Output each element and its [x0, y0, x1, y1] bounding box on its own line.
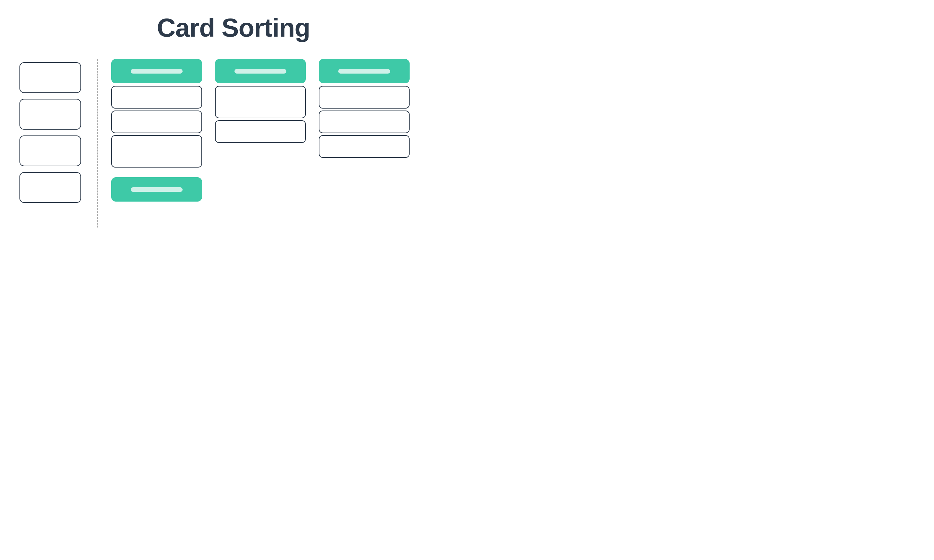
- sorted-card-3b[interactable]: [319, 111, 410, 133]
- bottom-header-row: [111, 177, 447, 202]
- sorted-card-1b[interactable]: [111, 111, 202, 133]
- sorted-section: [111, 59, 447, 228]
- category-column-1: [111, 59, 202, 168]
- sorted-card-3c[interactable]: [319, 135, 410, 158]
- unsorted-column: [20, 62, 84, 228]
- category-header-1[interactable]: [111, 59, 202, 83]
- category-header-bar-3: [338, 69, 390, 74]
- sorted-card-3a[interactable]: [319, 86, 410, 109]
- unsorted-card-2[interactable]: [20, 99, 81, 130]
- main-layout: [0, 59, 467, 228]
- sorted-card-2a[interactable]: [215, 86, 306, 118]
- category-column-4: [111, 177, 202, 202]
- top-categories-row: [111, 59, 447, 168]
- unsorted-card-4[interactable]: [20, 172, 81, 203]
- category-header-bar-1: [131, 69, 183, 74]
- sorted-card-2b[interactable]: [215, 120, 306, 143]
- category-header-bar-4: [131, 187, 183, 192]
- category-cards-1: [111, 86, 202, 168]
- unsorted-card-3[interactable]: [20, 135, 81, 166]
- page-title: Card Sorting: [157, 13, 310, 43]
- category-header-bar-2: [234, 69, 287, 74]
- category-header-3[interactable]: [319, 59, 410, 83]
- category-cards-2: [215, 86, 306, 143]
- sorted-card-1c[interactable]: [111, 135, 202, 168]
- category-column-3: [319, 59, 410, 158]
- category-column-2: [215, 59, 306, 143]
- category-cards-3: [319, 86, 410, 158]
- unsorted-card-1[interactable]: [20, 62, 81, 93]
- divider: [97, 59, 98, 228]
- category-header-2[interactable]: [215, 59, 306, 83]
- sorted-card-1a[interactable]: [111, 86, 202, 109]
- category-header-4[interactable]: [111, 177, 202, 202]
